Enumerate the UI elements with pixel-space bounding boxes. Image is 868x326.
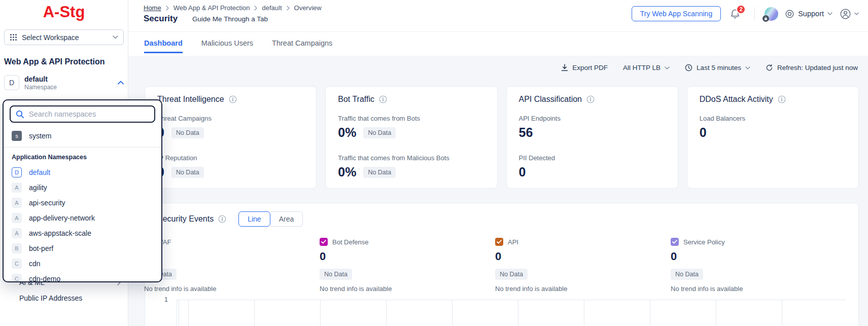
- line-toggle-button[interactable]: Line: [238, 211, 270, 227]
- user-icon: [839, 8, 852, 20]
- legend-note: No trend info is available: [144, 285, 320, 293]
- lifebuoy-icon: [785, 9, 794, 19]
- metric-label: API Endpoints: [519, 115, 666, 122]
- card-title: API Classification: [519, 95, 582, 104]
- y-axis-tick: 1: [164, 296, 168, 303]
- namespace-option-badge: C: [12, 274, 22, 282]
- metric-value: 0%: [338, 125, 356, 140]
- metric-label: Threat Campaigns: [157, 115, 304, 122]
- namespace-option-badge: D: [12, 167, 22, 177]
- legend-label: Service Policy: [683, 238, 725, 246]
- chevron-down-icon: [827, 12, 832, 15]
- lock-icon: [762, 15, 769, 22]
- grid-icon: [10, 33, 17, 41]
- divider: [4, 147, 161, 148]
- namespace-option-agility[interactable]: A agility: [4, 180, 161, 195]
- namespace-sublabel: Namespace: [24, 84, 57, 91]
- chevron-down-icon: [665, 66, 670, 69]
- namespace-option-app-delivery-network[interactable]: A app-delivery-network: [4, 210, 161, 226]
- bot-defense-checkbox[interactable]: [320, 238, 328, 246]
- service-policy-checkbox[interactable]: [671, 238, 679, 246]
- notifications-button[interactable]: 2: [730, 8, 741, 20]
- search-icon: [16, 110, 24, 119]
- legend-note: No trend info is available: [320, 285, 495, 293]
- refresh-button[interactable]: Refresh: Updated just now: [766, 64, 858, 71]
- namespace-option-bot-perf[interactable]: B bot-perf: [4, 241, 161, 256]
- account-menu[interactable]: [839, 8, 859, 20]
- namespace-option-api-security[interactable]: A api-security: [4, 195, 161, 210]
- download-icon: [561, 64, 568, 71]
- namespace-option-aws-appstack-scale[interactable]: A aws-appstack-scale: [4, 226, 161, 241]
- namespace-badge: D: [4, 75, 19, 90]
- lb-filter-dropdown[interactable]: All HTTP LB: [623, 64, 670, 71]
- info-icon[interactable]: [218, 215, 226, 223]
- namespace-option-badge: C: [12, 259, 22, 269]
- breadcrumb-home[interactable]: Home: [144, 4, 161, 12]
- info-icon[interactable]: [379, 95, 387, 103]
- legend-item-bot-defense: Bot Defense 0 No Data No trend info is a…: [320, 238, 495, 293]
- legend-item-service-policy: Service Policy 0 No Data No trend info i…: [671, 238, 846, 293]
- api-checkbox[interactable]: [495, 238, 503, 246]
- legend-note: No trend info is available: [495, 285, 671, 293]
- tenant-avatar[interactable]: [765, 7, 778, 21]
- breadcrumb: Home Web App & API Protection default Ov…: [144, 4, 322, 12]
- support-menu[interactable]: Support: [785, 9, 832, 19]
- check-icon: [321, 240, 326, 244]
- namespace-option-label: aws-appstack-scale: [29, 229, 91, 237]
- info-icon[interactable]: [229, 95, 237, 103]
- guide-me-link[interactable]: Guide Me Through a Tab: [192, 15, 268, 23]
- dashboard-toolbar: Export PDF All HTTP LB Last 5 minutes Re…: [561, 64, 858, 71]
- export-pdf-label: Export PDF: [572, 64, 608, 71]
- namespace-option-label: system: [29, 132, 51, 140]
- area-toggle-button[interactable]: Area: [270, 211, 303, 227]
- sidebar-item-public-ip-addresses[interactable]: Public IP Addresses: [19, 294, 121, 302]
- top-header: Home Web App & API Protection default Ov…: [128, 0, 868, 56]
- namespace-option-label: cdn: [29, 260, 41, 268]
- card-title: DDoS Attack Activity: [700, 95, 773, 104]
- metric-value: 0: [519, 165, 526, 179]
- legend-value: 0: [320, 250, 495, 263]
- try-web-app-scanning-button[interactable]: Try Web App Scanning: [632, 6, 721, 21]
- namespace-option-default[interactable]: D default: [4, 165, 161, 180]
- tab-dashboard[interactable]: Dashboard: [144, 39, 183, 53]
- chevron-up-icon: [118, 81, 124, 85]
- ddos-attack-activity-card: DDoS Attack Activity Load Balancers 0: [687, 86, 859, 189]
- tab-malicious-users[interactable]: Malicious Users: [201, 39, 253, 53]
- chevron-down-icon: [854, 12, 859, 15]
- breadcrumb-item[interactable]: default: [262, 4, 282, 12]
- refresh-icon: [766, 64, 773, 71]
- breadcrumb-item[interactable]: Overview: [294, 4, 322, 12]
- refresh-label: Refresh: Updated just now: [777, 64, 858, 71]
- chart-type-toggle: Line Area: [238, 211, 303, 227]
- namespace-option-cdn-demo[interactable]: C cdn-demo: [4, 271, 161, 282]
- no-data-badge: No Data: [495, 269, 528, 280]
- search-input[interactable]: [29, 110, 149, 118]
- api-classification-card: API Classification API Endpoints 56 PII …: [506, 86, 678, 189]
- divider: [754, 7, 755, 20]
- legend-label: Bot Defense: [332, 238, 369, 246]
- notification-count-badge: 2: [736, 5, 746, 14]
- legend-value: 0: [671, 250, 846, 263]
- workspace-selector[interactable]: Select Workspace: [4, 29, 124, 45]
- export-pdf-button[interactable]: Export PDF: [561, 64, 608, 71]
- legend-item-waf: WAF 0 No Data No trend info is available: [144, 238, 320, 293]
- info-icon[interactable]: [586, 95, 595, 103]
- legend-value: 0: [495, 250, 671, 263]
- namespace-option-system[interactable]: s system: [4, 129, 161, 143]
- lb-filter-label: All HTTP LB: [623, 64, 661, 71]
- legend-value: 0: [144, 250, 320, 263]
- legend-label: API: [508, 238, 518, 246]
- namespace-search[interactable]: [10, 105, 155, 123]
- metric-value: 56: [519, 125, 533, 140]
- namespace-selector[interactable]: D default Namespace: [4, 75, 124, 91]
- workspace-selector-label: Select Workspace: [22, 33, 79, 42]
- sidebar-item-label: Public IP Addresses: [19, 294, 82, 302]
- tab-bar: Dashboard Malicious Users Threat Campaig…: [144, 39, 332, 53]
- metric-value: 0: [700, 125, 707, 140]
- breadcrumb-item[interactable]: Web App & API Protection: [173, 4, 250, 12]
- time-range-dropdown[interactable]: Last 5 minutes: [685, 64, 750, 71]
- tab-threat-campaigns[interactable]: Threat Campaigns: [272, 39, 332, 53]
- bot-traffic-card: Bot Traffic Traffic that comes from Bots…: [325, 86, 497, 189]
- info-icon[interactable]: [778, 95, 786, 103]
- namespace-option-cdn[interactable]: C cdn: [4, 256, 161, 271]
